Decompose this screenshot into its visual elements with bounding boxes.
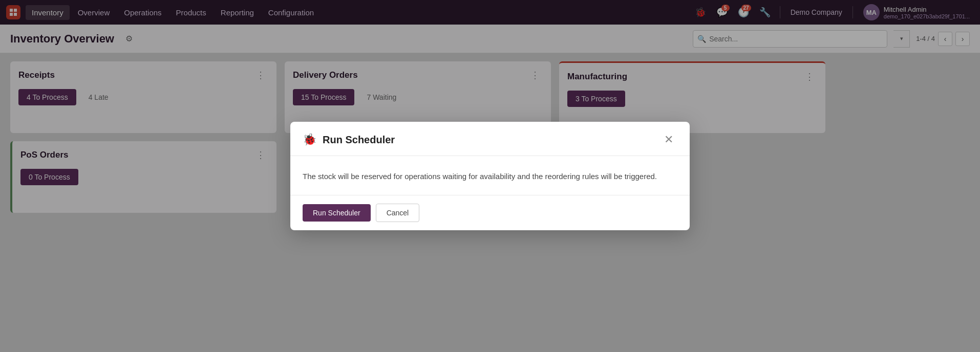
run-scheduler-modal: 🐞 Run Scheduler ✕ The stock will be rese… <box>290 122 690 230</box>
modal-message: The stock will be reserved for operation… <box>303 170 677 183</box>
modal-body: The stock will be reserved for operation… <box>290 156 690 195</box>
modal-header: 🐞 Run Scheduler ✕ <box>290 122 690 156</box>
cancel-button[interactable]: Cancel <box>376 204 420 222</box>
modal-footer: Run Scheduler Cancel <box>290 195 690 230</box>
modal-bug-icon: 🐞 <box>303 133 316 146</box>
modal-close-button[interactable]: ✕ <box>660 132 677 147</box>
modal-overlay[interactable]: 🐞 Run Scheduler ✕ The stock will be rese… <box>0 0 980 352</box>
run-scheduler-button[interactable]: Run Scheduler <box>303 204 371 222</box>
modal-title: Run Scheduler <box>323 134 395 146</box>
modal-title-area: 🐞 Run Scheduler <box>303 133 395 146</box>
